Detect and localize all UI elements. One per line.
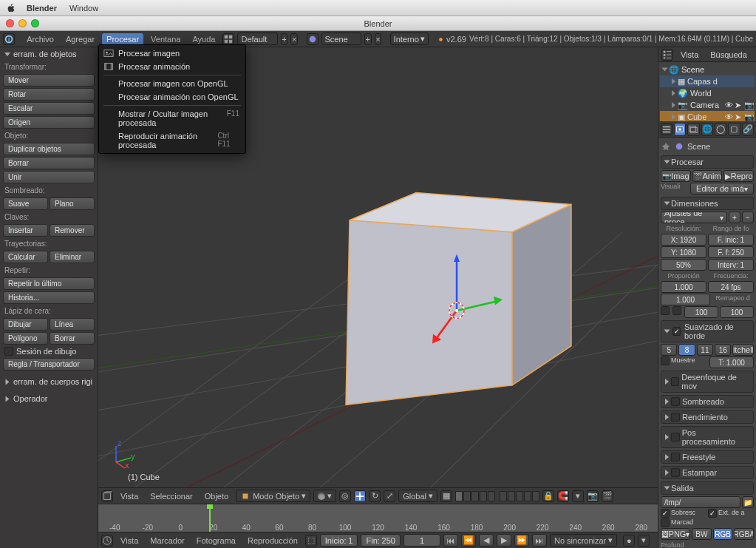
scene-add-icon[interactable]: +: [364, 33, 372, 45]
tl-range-icon[interactable]: ⬚: [305, 535, 317, 547]
menu-archivo[interactable]: Archivo: [22, 33, 58, 45]
aa-8[interactable]: 8: [678, 344, 695, 356]
jump-start-icon[interactable]: ⏮: [443, 534, 458, 547]
panel-procesar[interactable]: Procesar: [661, 155, 754, 169]
panel-freestyle[interactable]: Freestyle: [661, 450, 754, 464]
keyframe-prev-icon[interactable]: ⏪: [461, 534, 476, 547]
close-button[interactable]: [6, 19, 14, 27]
manip-translate-icon[interactable]: [354, 490, 366, 502]
tool-dibujar[interactable]: Dibujar: [3, 318, 48, 331]
tab-object-icon[interactable]: ▢: [728, 123, 740, 136]
panel-estampar[interactable]: Estampar: [661, 466, 754, 479]
operator-header[interactable]: Operador: [0, 392, 98, 405]
editor-type-view3d-icon[interactable]: [101, 490, 113, 502]
bw-button[interactable]: BW: [692, 528, 712, 540]
panel-sombreado[interactable]: Sombreado: [661, 395, 754, 408]
scene-field[interactable]: Scene: [321, 33, 361, 45]
layout-browse-icon[interactable]: [222, 33, 234, 45]
panel-output[interactable]: Salida: [661, 481, 754, 495]
tool-mover[interactable]: Mover: [3, 74, 95, 87]
panel-desenfoque-de-mov[interactable]: Desenfoque de mov: [661, 371, 754, 393]
menu-agregar[interactable]: Agregar: [61, 33, 99, 45]
menu-procesar[interactable]: Procesar: [102, 33, 143, 45]
aa-16[interactable]: 16: [715, 344, 731, 356]
shading-selector[interactable]: ▾: [313, 490, 336, 502]
tl-menu-play[interactable]: Reproducción: [243, 535, 302, 547]
pin-icon[interactable]: [661, 141, 671, 152]
view3d-menu-obj[interactable]: Objeto: [200, 490, 233, 502]
aa-11[interactable]: 11: [697, 344, 713, 356]
editor-type-icon[interactable]: i: [3, 33, 15, 45]
aspect-y[interactable]: 1.000: [661, 294, 710, 305]
tool-origen[interactable]: Origen: [3, 116, 95, 129]
lock-camera-icon[interactable]: 🔒: [542, 490, 554, 502]
engine-field[interactable]: Interno▾: [390, 33, 429, 45]
minimize-button[interactable]: [18, 19, 27, 27]
view3d-menu-sel[interactable]: Seleccionar: [146, 490, 197, 502]
layers-icon[interactable]: ▦: [440, 490, 452, 502]
frame-start[interactable]: Inicio: 1: [320, 534, 358, 547]
snap-icon[interactable]: 🧲: [557, 490, 569, 502]
timeline[interactable]: -40-200204060801001201401601802002202402…: [98, 504, 658, 532]
panel-pos-procesamiento[interactable]: Pos procesamiento: [661, 426, 754, 448]
layout-del-icon[interactable]: ×: [290, 33, 298, 45]
tool-calcular[interactable]: Calcular: [3, 251, 48, 263]
dd-render-gl-img[interactable]: Procesar imagen con OpenGL: [99, 77, 245, 90]
preset-del[interactable]: −: [742, 212, 754, 223]
tool-suave[interactable]: Suave: [3, 197, 48, 210]
pivot-icon[interactable]: ◎: [339, 490, 351, 502]
tool-plano[interactable]: Plano: [50, 197, 95, 210]
aa-5[interactable]: 5: [661, 344, 677, 356]
tool-repetir-lo-último[interactable]: Repetir lo último: [3, 277, 95, 290]
rigid-body-header[interactable]: erram. de cuerpos rigi: [0, 375, 98, 388]
panel-aa[interactable]: Suavizado de borde: [661, 320, 754, 342]
frame-fin[interactable]: F. f: 250: [708, 246, 754, 258]
layout-field[interactable]: Default: [237, 33, 277, 45]
panel-dimensions[interactable]: Dimensiones: [661, 197, 754, 210]
editor-type-props-icon[interactable]: [661, 124, 672, 135]
mode-selector[interactable]: Modo Objeto▾: [236, 490, 310, 502]
scene-browse-icon[interactable]: [307, 33, 319, 45]
rgba-button[interactable]: RGBA: [734, 528, 754, 540]
tab-world-icon[interactable]: ◯: [715, 123, 726, 136]
keyframe-next-icon[interactable]: ⏩: [514, 534, 529, 547]
menu-ventana[interactable]: Ventana: [146, 33, 185, 45]
mac-app-name[interactable]: Blender: [27, 4, 57, 13]
keyset-icon[interactable]: ▾: [638, 535, 650, 547]
dd-show-render[interactable]: Mostrar / Ocultar imagen procesadaF11: [99, 107, 245, 129]
editor-type-timeline-icon[interactable]: [101, 535, 113, 547]
tool-borrar[interactable]: Borrar: [3, 157, 95, 169]
tool-remover[interactable]: Remover: [50, 224, 95, 237]
preset-add[interactable]: +: [729, 212, 740, 223]
aspect-x[interactable]: 1.000: [661, 281, 706, 293]
fps[interactable]: 24 fps: [708, 281, 754, 293]
render-image-button[interactable]: 📷Imag: [661, 170, 691, 182]
zoom-button[interactable]: [31, 19, 39, 27]
tool-borrar[interactable]: Borrar: [50, 332, 95, 345]
mac-menu-window[interactable]: Window: [69, 4, 98, 13]
outliner-cube[interactable]: ▣Cube👁➤📷: [660, 111, 755, 121]
manip-rotate-icon[interactable]: ↻: [369, 490, 381, 502]
ruler-button[interactable]: Regla / Transportador: [3, 358, 95, 371]
remap-new[interactable]: 100: [720, 306, 754, 318]
snap-type-icon[interactable]: ▾: [572, 490, 584, 502]
outliner-view[interactable]: Vista: [676, 49, 703, 61]
play-icon[interactable]: ▶: [497, 534, 511, 547]
tab-layers-icon[interactable]: [687, 123, 699, 136]
frame-end[interactable]: Fin: 250: [361, 534, 400, 547]
menu-ayuda[interactable]: Ayuda: [188, 33, 219, 45]
tool-historia...[interactable]: Historia...: [3, 291, 95, 304]
aa-filter[interactable]: Mitchell-▾: [732, 344, 754, 356]
play-render-button[interactable]: ▶Repro: [723, 170, 754, 182]
layout-add-icon[interactable]: +: [281, 33, 288, 45]
tab-render-icon[interactable]: [674, 123, 686, 136]
play-reverse-icon[interactable]: ◀: [479, 534, 494, 547]
tl-menu-marker[interactable]: Marcador: [146, 535, 188, 547]
timeline-cursor[interactable]: [209, 504, 211, 532]
tool-unir[interactable]: Unir: [3, 171, 95, 183]
dd-play-render[interactable]: Reproducir animación procesadaCtrl F11: [99, 129, 245, 152]
panel-rendimiento[interactable]: Rendimiento: [661, 410, 754, 424]
res-x[interactable]: X: 1920: [661, 234, 706, 246]
aa-size[interactable]: T: 1.000: [709, 356, 754, 368]
output-path[interactable]: /tmp/: [661, 496, 740, 508]
